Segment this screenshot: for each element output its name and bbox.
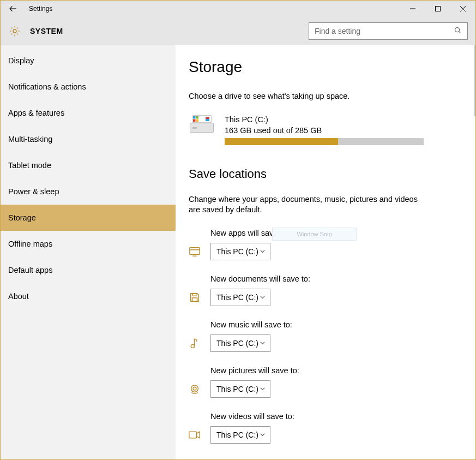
chevron-down-icon — [260, 431, 266, 439]
svg-line-7 — [459, 31, 461, 33]
sidebar-item-label: Offline maps — [8, 240, 52, 248]
sidebar-item-label: Default apps — [8, 266, 52, 274]
sidebar: Display Notifications & actions Apps & f… — [1, 45, 176, 459]
sidebar-item-about[interactable]: About — [1, 283, 176, 309]
minimize-icon — [410, 6, 415, 11]
body: Display Notifications & actions Apps & f… — [1, 45, 475, 459]
close-button[interactable] — [450, 1, 475, 17]
documents-location-dropdown[interactable]: This PC (C:) — [210, 289, 270, 306]
titlebar: Settings — [1, 1, 475, 17]
save-label: New music will save to: — [210, 320, 462, 329]
close-icon — [460, 6, 466, 11]
minimize-button[interactable] — [400, 1, 425, 17]
svg-rect-20 — [189, 432, 197, 438]
dropdown-value: This PC (C:) — [216, 247, 258, 256]
content-wrap: Storage Choose a drive to see what's tak… — [176, 45, 475, 459]
chevron-down-icon — [260, 247, 266, 256]
sidebar-item-apps[interactable]: Apps & features — [1, 100, 176, 126]
music-location-dropdown[interactable]: This PC (C:) — [210, 334, 270, 352]
sidebar-item-default-apps[interactable]: Default apps — [1, 257, 176, 283]
app-window-icon — [189, 246, 201, 258]
drive-usage-bar — [225, 138, 424, 145]
save-locations-subtext: Change where your apps, documents, music… — [189, 194, 429, 216]
settings-gear-icon — [8, 25, 21, 38]
sidebar-item-label: Multi-tasking — [8, 135, 52, 144]
sidebar-item-tablet[interactable]: Tablet mode — [1, 152, 176, 178]
windows-logo-icon — [193, 116, 198, 122]
svg-rect-11 — [196, 119, 199, 122]
save-icon — [189, 291, 201, 303]
pictures-location-dropdown[interactable]: This PC (C:) — [210, 380, 270, 398]
storage-heading: Storage — [189, 58, 462, 76]
videos-location-dropdown[interactable]: This PC (C:) — [210, 426, 270, 444]
save-row-documents: New documents will save to: This PC (C:) — [189, 274, 462, 306]
save-label: New videos will save to: — [210, 412, 462, 421]
dropdown-value: This PC (C:) — [216, 293, 258, 302]
sidebar-item-display[interactable]: Display — [1, 47, 176, 74]
chevron-down-icon — [260, 293, 266, 302]
apps-location-dropdown[interactable]: This PC (C:) — [210, 243, 270, 260]
chevron-down-icon — [260, 339, 266, 348]
sidebar-item-offline-maps[interactable]: Offline maps — [1, 231, 176, 257]
sidebar-item-label: About — [8, 292, 29, 301]
svg-point-17 — [191, 344, 194, 348]
camera-icon — [189, 383, 201, 395]
save-label: New apps will save to: — [210, 229, 462, 237]
music-note-icon — [189, 337, 201, 349]
sidebar-item-multitasking[interactable]: Multi-tasking — [1, 126, 176, 152]
sidebar-item-label: Storage — [8, 213, 36, 222]
dropdown-value: This PC (C:) — [216, 385, 258, 393]
sidebar-item-label: Notifications & actions — [8, 82, 86, 91]
svg-point-5 — [13, 29, 16, 33]
save-label: New pictures will save to: — [210, 366, 462, 375]
maximize-icon — [435, 6, 441, 11]
svg-rect-10 — [193, 119, 196, 122]
sidebar-item-notifications[interactable]: Notifications & actions — [1, 74, 176, 100]
header: SYSTEM — [1, 17, 475, 45]
scrollbar[interactable] — [472, 45, 475, 459]
drive-usage-fill — [225, 138, 338, 145]
svg-point-6 — [455, 27, 460, 32]
arrow-left-icon — [8, 4, 18, 14]
sidebar-item-storage[interactable]: Storage — [1, 205, 176, 231]
video-camera-icon — [189, 429, 201, 441]
drive-info: This PC (C:) 163 GB used out of 285 GB — [225, 115, 462, 145]
svg-rect-12 — [190, 247, 200, 254]
drive-row[interactable]: This PC (C:) 163 GB used out of 285 GB — [189, 115, 462, 145]
svg-rect-2 — [436, 7, 441, 11]
svg-rect-8 — [193, 116, 196, 119]
settings-window: Settings SYSTEM — [0, 0, 476, 460]
dropdown-value: This PC (C:) — [216, 431, 258, 439]
save-label: New documents will save to: — [210, 274, 462, 283]
svg-rect-16 — [192, 298, 197, 301]
chevron-down-icon — [260, 385, 266, 393]
save-row-apps: New apps will save to: This PC (C:) — [189, 229, 462, 260]
svg-rect-15 — [192, 293, 196, 296]
content: Storage Choose a drive to see what's tak… — [176, 45, 475, 459]
sidebar-item-power[interactable]: Power & sleep — [1, 178, 176, 205]
back-button[interactable] — [1, 1, 26, 17]
drive-name: This PC (C:) — [225, 115, 457, 124]
window-controls — [400, 1, 475, 17]
sidebar-item-label: Tablet mode — [8, 161, 51, 170]
save-row-music: New music will save to: This PC (C:) — [189, 320, 462, 352]
save-row-pictures: New pictures will save to: This PC (C:) — [189, 366, 462, 398]
sidebar-item-label: Apps & features — [8, 109, 64, 117]
search-box[interactable] — [309, 22, 468, 40]
maximize-button[interactable] — [425, 1, 450, 17]
search-input[interactable] — [315, 27, 454, 35]
save-locations-heading: Save locations — [189, 167, 462, 181]
save-row-videos: New videos will save to: This PC (C:) — [189, 412, 462, 444]
drive-icon — [190, 115, 214, 134]
svg-point-19 — [193, 387, 196, 390]
search-icon — [454, 26, 462, 37]
sidebar-item-label: Display — [8, 56, 34, 65]
svg-rect-9 — [196, 116, 199, 119]
drive-usage-text: 163 GB used out of 285 GB — [225, 126, 457, 135]
sidebar-item-label: Power & sleep — [8, 187, 59, 196]
scroll-thumb[interactable] — [474, 45, 475, 116]
storage-subtext: Choose a drive to see what's taking up s… — [189, 91, 429, 102]
header-title: SYSTEM — [30, 27, 63, 35]
window-title: Settings — [29, 5, 52, 13]
dropdown-value: This PC (C:) — [216, 339, 258, 348]
